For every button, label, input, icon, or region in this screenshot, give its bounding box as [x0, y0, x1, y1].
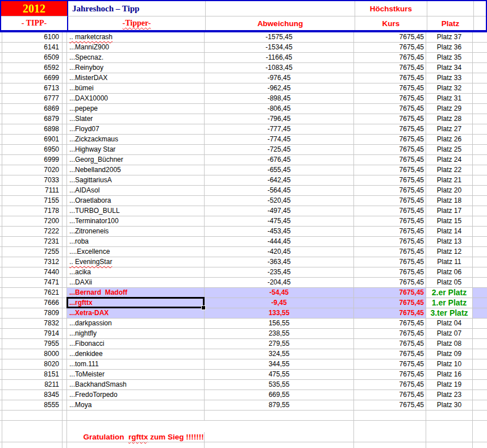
empty-cell[interactable]: [67, 442, 205, 448]
cell-tipper[interactable]: ...Zitroneneis: [67, 227, 205, 237]
cell-abweichung[interactable]: -497,45: [205, 206, 354, 216]
empty-cell[interactable]: [426, 411, 473, 421]
cell-tipp[interactable]: 7809: [2, 308, 63, 319]
empty-cell[interactable]: [354, 411, 426, 421]
cell-platz[interactable]: 3.ter Platz: [426, 308, 473, 319]
empty-cell[interactable]: [354, 442, 426, 448]
cell-kurs[interactable]: 7675,45: [354, 155, 426, 165]
cell-tipp[interactable]: 7955: [2, 339, 63, 349]
cell-platz[interactable]: Platz 23: [426, 390, 473, 400]
cell-tipp[interactable]: 7111: [2, 186, 63, 196]
hoechstkurs-cell[interactable]: Höchstkurs: [355, 1, 427, 16]
cell-platz[interactable]: Platz 17: [426, 206, 473, 216]
cell-tipp[interactable]: 7832: [2, 319, 63, 329]
cell-tipper[interactable]: ...Terminator100: [67, 216, 205, 227]
cell-abweichung[interactable]: 156,55: [205, 319, 354, 329]
cell-abweichung[interactable]: -1166,45: [205, 53, 354, 63]
cell-abweichung[interactable]: -1534,45: [205, 43, 354, 53]
cell-platz[interactable]: Platz 34: [426, 63, 473, 73]
cell-platz[interactable]: Platz 16: [426, 370, 473, 380]
cell-platz[interactable]: Platz 37: [426, 32, 473, 43]
cell-tipper[interactable]: ...FredoTorpedo: [67, 390, 205, 400]
cell-abweichung[interactable]: -1083,45: [205, 63, 354, 73]
cell-kurs[interactable]: 7675,45: [354, 359, 426, 370]
cell-platz[interactable]: Platz 20: [426, 186, 473, 196]
cell-platz[interactable]: Platz 04: [426, 319, 473, 329]
cell-kurs[interactable]: 7675,45: [354, 43, 426, 53]
cell-tipper[interactable]: ...DAX10000: [67, 94, 205, 104]
cell-abweichung[interactable]: -725,45: [205, 145, 354, 155]
cell-kurs[interactable]: 7675,45: [354, 380, 426, 390]
cell-abweichung[interactable]: -796,45: [205, 114, 354, 124]
cell-tipp[interactable]: 7155: [2, 196, 63, 206]
cell-tipp[interactable]: 7312: [2, 257, 63, 267]
empty-cell[interactable]: [67, 432, 205, 442]
cell-platz[interactable]: Platz 11: [426, 257, 473, 267]
cell-tipper[interactable]: ...SagittariusA: [67, 175, 205, 186]
cell-platz[interactable]: Platz 30: [426, 400, 473, 411]
cell-kurs[interactable]: 7675,45: [354, 278, 426, 288]
cell-tipp[interactable]: 7020: [2, 165, 63, 175]
cell-abweichung[interactable]: -976,45: [205, 73, 354, 83]
cell-abweichung[interactable]: -204,45: [205, 278, 354, 288]
empty-cell[interactable]: [473, 442, 487, 448]
cell-kurs[interactable]: 7675,45: [354, 114, 426, 124]
col-header-platz[interactable]: Platz: [427, 16, 474, 30]
cell-kurs[interactable]: 7675,45: [354, 196, 426, 206]
cell-abweichung[interactable]: 879,55: [205, 400, 354, 411]
cell-platz[interactable]: Platz 06: [426, 267, 473, 278]
cell-platz[interactable]: Platz 27: [426, 124, 473, 135]
cell-kurs[interactable]: 7675,45: [354, 390, 426, 400]
cell-kurs[interactable]: 7675,45: [354, 32, 426, 43]
empty-cell[interactable]: [2, 411, 63, 421]
cell-tipp[interactable]: 6999: [2, 155, 63, 165]
cell-tipp[interactable]: 8151: [2, 370, 63, 380]
cell-tipper[interactable]: ...Specnaz.: [67, 53, 205, 63]
cell-tipper[interactable]: .. EveningStar: [67, 257, 205, 267]
cell-abweichung[interactable]: -444,45: [205, 237, 354, 247]
cell-platz[interactable]: Platz 05: [426, 278, 473, 288]
empty-cell[interactable]: [205, 442, 354, 448]
cell-kurs[interactable]: 7675,45: [354, 104, 426, 114]
cell-platz[interactable]: Platz 22: [426, 165, 473, 175]
cell-tipper[interactable]: ...Bernard Madoff: [67, 288, 205, 298]
cell-tipper[interactable]: ...Highway Star: [67, 145, 205, 155]
cell-abweichung[interactable]: -520,45: [205, 196, 354, 206]
cell-platz[interactable]: Platz 09: [426, 349, 473, 359]
cell-kurs[interactable]: 7675,45: [354, 73, 426, 83]
cell-kurs[interactable]: 7675,45: [354, 165, 426, 175]
cell-kurs[interactable]: 7675,45: [354, 349, 426, 359]
cell-tipper[interactable]: ...DAXii: [67, 278, 205, 288]
cell-platz[interactable]: Platz 36: [426, 43, 473, 53]
cell-platz[interactable]: 1.er Platz: [426, 298, 473, 308]
cell-tipper[interactable]: ...TURBO_BULL: [67, 206, 205, 216]
cell-tipper[interactable]: ...ManniZ900: [67, 43, 205, 53]
cell-kurs[interactable]: 7675,45: [354, 227, 426, 237]
cell-tipp[interactable]: 7178: [2, 206, 63, 216]
cell-platz[interactable]: Platz 21: [426, 175, 473, 186]
cell-abweichung[interactable]: -54,45: [205, 288, 354, 298]
cell-kurs[interactable]: 7675,45: [354, 63, 426, 73]
cell-tipp[interactable]: 6869: [2, 104, 63, 114]
cell-tipper[interactable]: ...Zickzackmaus: [67, 135, 205, 145]
cell-abweichung[interactable]: 535,55: [205, 380, 354, 390]
cell-tipper[interactable]: .. marketcrash: [67, 32, 205, 43]
cell-kurs[interactable]: 7675,45: [354, 94, 426, 104]
cell-kurs[interactable]: 7675,45: [354, 175, 426, 186]
empty-cell[interactable]: [354, 432, 426, 442]
cell-tipper[interactable]: ...Moya: [67, 400, 205, 411]
cell-tipper[interactable]: ...AIDAsol: [67, 186, 205, 196]
cell-tipp[interactable]: 7914: [2, 329, 63, 339]
cell-abweichung[interactable]: -564,45: [205, 186, 354, 196]
cell-tipp[interactable]: 6141: [2, 43, 63, 53]
cell-platz[interactable]: Platz 26: [426, 135, 473, 145]
cell-tipper[interactable]: ...ToMeister: [67, 370, 205, 380]
cell-platz[interactable]: Platz 31: [426, 94, 473, 104]
empty-cell[interactable]: [205, 411, 354, 421]
cell-tipper[interactable]: ....Excellence: [67, 247, 205, 257]
cell-tipp[interactable]: 6898: [2, 124, 63, 135]
cell-tipper[interactable]: ...roba: [67, 237, 205, 247]
cell-tipper[interactable]: ...BackhandSmash: [67, 380, 205, 390]
cell-tipper[interactable]: ...MisterDAX: [67, 73, 205, 83]
cell-abweichung[interactable]: -453,45: [205, 227, 354, 237]
